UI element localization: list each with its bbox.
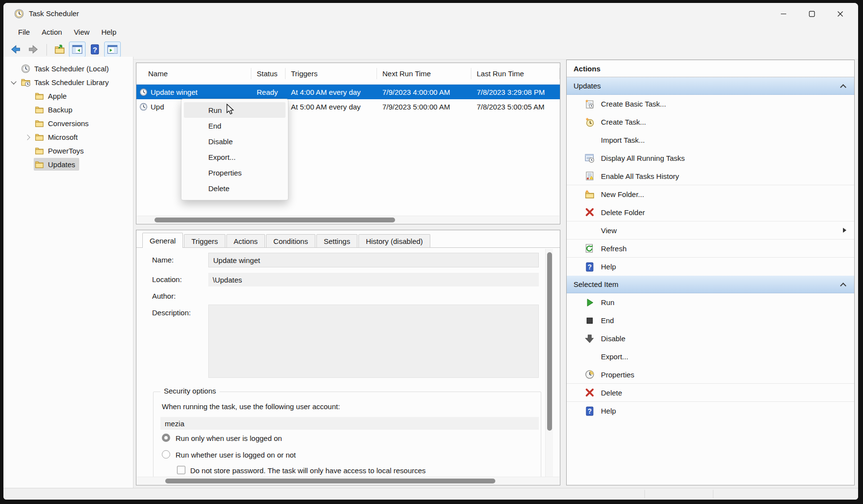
name-label: Name: — [152, 256, 174, 264]
tab-label: Settings — [324, 237, 350, 245]
toolbar-button[interactable] — [25, 42, 42, 57]
tab[interactable]: Triggers — [184, 234, 225, 247]
end-icon — [585, 316, 595, 326]
action-item[interactable]: Enable All Tasks History — [567, 167, 854, 185]
action-item[interactable]: View — [567, 221, 854, 240]
radio-run-whether[interactable] — [162, 450, 170, 459]
tree-item-body[interactable]: Updates — [34, 158, 79, 171]
minimize-button[interactable] — [769, 3, 797, 24]
checkbox-do-not-store-password[interactable] — [177, 466, 185, 474]
menu-item[interactable]: Help — [95, 26, 122, 38]
toolbar-button[interactable] — [51, 42, 68, 57]
tree-item[interactable]: Task Scheduler Library — [3, 75, 133, 89]
tree-item-body[interactable]: Microsoft — [34, 131, 82, 143]
menu-item[interactable]: View — [68, 26, 95, 38]
tree-item[interactable]: Microsoft — [3, 130, 133, 144]
column-header[interactable]: Last Run Time — [471, 63, 560, 84]
tab[interactable]: General — [142, 233, 183, 248]
action-item[interactable]: Refresh — [567, 240, 854, 258]
action-item[interactable]: Display All Running Tasks — [567, 149, 854, 167]
actions-group-header-updates[interactable]: Updates — [567, 77, 854, 95]
tree-item-body[interactable]: Backup — [34, 103, 76, 116]
context-menu-item[interactable]: Delete — [184, 180, 286, 196]
action-item[interactable]: ? Help — [567, 258, 854, 276]
action-item[interactable]: End — [567, 311, 854, 329]
mouse-cursor — [225, 104, 236, 115]
context-menu-item[interactable]: Export... — [184, 149, 286, 165]
context-menu-item[interactable]: End — [184, 118, 286, 133]
context-menu-item[interactable]: Disable — [184, 133, 286, 149]
action-item[interactable]: ? Help — [567, 402, 854, 420]
tree-expander-icon[interactable] — [25, 162, 30, 167]
context-menu-item[interactable]: Properties — [184, 165, 286, 180]
column-header[interactable]: Triggers — [286, 63, 377, 84]
action-item[interactable]: Delete Folder — [567, 203, 854, 221]
radio-run-whether-label[interactable]: Run whether user is logged on or not — [176, 451, 296, 459]
column-header[interactable]: Name — [136, 63, 251, 84]
maximize-button[interactable] — [797, 3, 826, 24]
tree-expander-icon[interactable] — [25, 93, 30, 98]
action-item[interactable]: Create Task... — [567, 113, 854, 131]
details-vertical-scrollbar[interactable] — [545, 249, 553, 477]
toolbar-button[interactable] — [69, 42, 86, 57]
disable-icon — [585, 334, 595, 344]
tree-expander-icon[interactable] — [25, 148, 30, 153]
action-item[interactable]: Run — [567, 293, 854, 311]
tree-item[interactable]: Conversions — [3, 116, 133, 130]
tab[interactable]: Conditions — [266, 234, 315, 247]
action-item[interactable]: Disable — [567, 329, 854, 348]
task-list-horizontal-scrollbar[interactable] — [137, 216, 559, 223]
tree-expander-icon[interactable] — [11, 66, 16, 71]
action-item[interactable]: Export... — [567, 348, 854, 366]
tree-item-body[interactable]: Task Scheduler (Local) — [20, 62, 113, 75]
column-header[interactable]: Next Run Time — [377, 63, 471, 84]
tree-item[interactable]: Task Scheduler (Local) — [3, 62, 133, 75]
tree-expander-icon[interactable] — [11, 80, 16, 85]
menu-item[interactable]: Action — [36, 26, 68, 38]
task-row[interactable]: Update winget Ready At 4:00 AM every day… — [136, 85, 560, 99]
toolbar-button[interactable] — [104, 42, 121, 57]
radio-run-only-logged-on[interactable] — [162, 434, 170, 442]
tree-expander-icon[interactable] — [25, 121, 30, 126]
details-horizontal-scrollbar[interactable] — [137, 477, 559, 484]
menu-item[interactable]: File — [12, 26, 36, 38]
toolbar-button[interactable]: ? — [87, 42, 103, 57]
tree-item-label: Microsoft — [48, 133, 78, 141]
action-item[interactable]: Create Basic Task... — [567, 95, 854, 113]
tree-item-label: Backup — [48, 106, 72, 114]
tab-label: Triggers — [191, 237, 218, 245]
tab[interactable]: Settings — [316, 234, 357, 247]
action-item[interactable]: Delete — [567, 384, 854, 402]
column-header[interactable]: Status — [251, 63, 286, 84]
tree-item-body[interactable]: Apple — [34, 89, 70, 102]
tree-item-body[interactable]: Task Scheduler Library — [20, 76, 113, 88]
tree-item[interactable]: Apple — [3, 89, 133, 103]
tree-expander-icon[interactable] — [25, 107, 30, 112]
user-account-field[interactable]: mezia — [160, 417, 539, 430]
tab[interactable]: Actions — [226, 234, 265, 247]
tree-item-body[interactable]: PowerToys — [34, 144, 88, 157]
collapse-chevron-icon[interactable] — [840, 84, 846, 90]
description-field[interactable] — [208, 305, 539, 378]
scrollbar-thumb[interactable] — [165, 479, 495, 483]
tree-item[interactable]: Backup — [3, 103, 133, 116]
collapse-chevron-icon[interactable] — [840, 283, 846, 289]
svg-text:?: ? — [92, 45, 97, 53]
action-item[interactable]: Properties — [567, 366, 854, 384]
close-button[interactable] — [826, 3, 854, 24]
actions-group-header-selected-item[interactable]: Selected Item — [567, 276, 854, 293]
checkbox-do-not-store-password-label[interactable]: Do not store password. The task will onl… — [190, 466, 426, 475]
tree-expander-icon[interactable] — [25, 134, 30, 139]
tree-item[interactable]: PowerToys — [3, 144, 133, 157]
toolbar-button[interactable] — [7, 42, 24, 57]
tree-item[interactable]: Updates — [3, 157, 133, 171]
name-field[interactable]: Update winget — [208, 253, 539, 267]
display-running-tasks-icon — [585, 153, 595, 163]
action-item[interactable]: Import Task... — [567, 131, 854, 149]
radio-run-only-logged-on-label[interactable]: Run only when user is logged on — [176, 434, 282, 442]
action-item[interactable]: New Folder... — [567, 185, 854, 203]
tree-item-body[interactable]: Conversions — [34, 117, 92, 130]
tab[interactable]: History (disabled) — [358, 234, 430, 247]
scrollbar-thumb[interactable] — [155, 218, 395, 222]
scrollbar-thumb[interactable] — [547, 252, 552, 431]
